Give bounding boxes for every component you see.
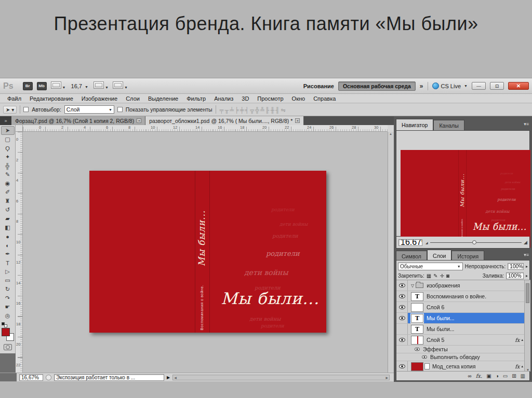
rectangular-marquee-tool-icon[interactable]: ▢ — [1, 135, 15, 144]
effects-row[interactable]: Эффекты — [396, 346, 530, 353]
document-tab-forzac[interactable]: Форзац7.psd @ 16,7% (Слой 1 копия 2, RGB… — [11, 116, 145, 125]
menu-item[interactable]: Файл — [3, 95, 25, 102]
bridge-button[interactable]: Br — [23, 82, 33, 90]
history-brush-tool-icon[interactable]: ↺ — [1, 205, 15, 214]
menu-item[interactable]: Справка — [309, 95, 340, 102]
align-distribute-icon[interactable]: ╫ — [270, 107, 275, 113]
align-distribute-icon[interactable]: ╟ — [265, 107, 270, 113]
move-tool-preset[interactable]: ➤ ▾ — [3, 106, 17, 114]
visibility-cell[interactable] — [396, 291, 408, 301]
navigator-zoom-input[interactable]: 16.67% — [398, 239, 422, 246]
lock-pixels-icon[interactable]: ✎ — [433, 273, 437, 279]
visibility-cell[interactable] — [396, 313, 408, 323]
tab-character[interactable]: Символ — [396, 251, 427, 261]
fill-input[interactable]: 100% — [506, 272, 524, 279]
zoom-in-icon[interactable]: ◢ — [524, 240, 527, 245]
foreground-color-swatch[interactable] — [2, 328, 10, 336]
path-selection-tool-icon[interactable]: ▷ — [1, 267, 15, 276]
dodge-tool-icon[interactable]: ◐ — [1, 241, 15, 250]
menu-item[interactable]: Фильтр — [182, 95, 210, 102]
align-distribute-icon[interactable]: ╬ — [255, 107, 260, 113]
type-tool-icon[interactable]: T — [1, 258, 15, 267]
visibility-cell[interactable] — [396, 361, 408, 372]
clone-stamp-tool-icon[interactable]: ♜ — [1, 197, 15, 205]
hand-tool-icon[interactable]: ☛ — [1, 303, 15, 311]
zoom-level-dropdown[interactable]: 16,7 ▼ — [71, 83, 88, 89]
lasso-tool-icon[interactable]: Ϙ — [1, 144, 15, 153]
canvas-vertical-scrollbar[interactable]: ▲ — [388, 132, 394, 373]
layer-row-group[interactable]: ▽ изображения — [396, 280, 530, 291]
canvas-horizontal-scrollbar[interactable]: ◀ ▶ — [172, 375, 390, 380]
tab-layers[interactable]: Слои — [427, 250, 452, 261]
restore-button[interactable]: ⊡ — [490, 82, 504, 90]
layer-row-text[interactable]: T Воспоминания о войне. — [396, 291, 530, 302]
new-layer-icon[interactable]: ⊞ — [512, 373, 516, 379]
slider-track[interactable] — [430, 242, 522, 243]
align-distribute-icon[interactable]: ╧ — [229, 107, 234, 113]
layer-row-hidden[interactable]: T Мы были... — [396, 324, 530, 335]
status-flyout-icon[interactable]: ▶ — [167, 375, 170, 380]
lock-transparency-icon[interactable]: ▦ — [427, 273, 431, 279]
add-mask-icon[interactable]: ▣ — [486, 373, 491, 379]
zoom-tool-icon[interactable]: ◎ — [1, 311, 15, 320]
blend-mode-dropdown[interactable]: Обычные▼ — [398, 263, 463, 270]
align-distribute-icon[interactable]: ╞ — [234, 107, 240, 113]
status-zoom-input[interactable]: 16,67% — [19, 374, 43, 381]
brush-tool-icon[interactable]: ✐ — [1, 188, 15, 197]
visibility-cell[interactable] — [396, 335, 408, 345]
layer-list-scrollbar[interactable]: ▼ — [524, 280, 530, 372]
panel-menu-icon[interactable]: ▾≡ — [524, 121, 529, 127]
3d-object-rotate-tool-icon[interactable]: ↻ — [1, 285, 15, 294]
menu-item[interactable]: Слои — [122, 95, 144, 102]
blur-tool-icon[interactable]: ● — [1, 232, 15, 241]
scroll-left-icon[interactable]: ◀ — [174, 376, 177, 379]
delete-layer-icon[interactable]: ▥ — [521, 373, 525, 379]
navigator-zoom-slider[interactable]: ◢ ◢ — [425, 240, 527, 245]
link-layers-icon[interactable]: ∞ — [468, 373, 472, 379]
crop-tool-icon[interactable]: ╬ — [1, 161, 15, 170]
autoselect-target-dropdown[interactable]: Слой▼ — [64, 105, 114, 114]
show-transform-controls-checkbox[interactable] — [117, 107, 123, 112]
gradient-tool-icon[interactable]: ◧ — [1, 223, 15, 232]
eyedropper-tool-icon[interactable]: ✎ — [1, 170, 15, 179]
toolbox-collapse-icon[interactable]: » — [0, 116, 11, 125]
scrollbar-thumb[interactable] — [526, 283, 529, 303]
eye-icon[interactable] — [415, 348, 420, 351]
close-icon[interactable]: ✕ — [137, 118, 141, 123]
align-distribute-icon[interactable]: ╥ — [224, 107, 229, 113]
layer-row-fx[interactable]: Слой 5 fx ▴ — [396, 335, 530, 346]
view-extras-button[interactable]: ▼ — [51, 81, 66, 91]
menu-item[interactable]: Изображение — [77, 95, 122, 102]
workspace-overflow-button[interactable]: » — [420, 83, 423, 90]
menu-item[interactable]: Просмотр — [253, 95, 287, 102]
close-button[interactable]: ✕ — [508, 82, 529, 90]
expand-triangle-icon[interactable]: ▽ — [411, 283, 414, 288]
quick-mask-icon[interactable] — [4, 344, 12, 350]
opacity-slider-icon[interactable]: ▸ — [526, 264, 528, 269]
menu-item[interactable]: Редактирование — [25, 95, 77, 102]
tab-channels[interactable]: Каналы — [433, 120, 464, 130]
slider-thumb[interactable] — [472, 240, 476, 244]
autoselect-checkbox[interactable] — [23, 107, 29, 112]
stroke-effect-row[interactable]: Выполнить обводку — [396, 353, 530, 361]
document-canvas[interactable]: Мы были... Воспоминания о войне. Мы были… — [23, 132, 388, 373]
workspace-selector-button[interactable]: Основная рабочая среда — [338, 81, 416, 91]
scroll-up-icon[interactable]: ▲ — [389, 132, 392, 135]
pen-tool-icon[interactable]: ✒ — [1, 250, 15, 258]
cs-live-menu[interactable]: CS Live ▼ — [432, 83, 468, 89]
screen-mode-button[interactable]: ▼ — [113, 81, 128, 91]
quick-selection-tool-icon[interactable]: ✦ — [1, 153, 15, 161]
lock-position-icon[interactable]: ✛ — [440, 273, 444, 279]
visibility-cell[interactable] — [396, 302, 408, 312]
adjustment-layer-icon[interactable]: ◑ — [496, 373, 499, 379]
zoom-out-icon[interactable]: ◢ — [425, 241, 428, 244]
align-distribute-icon[interactable]: ╩ — [260, 107, 265, 113]
eraser-tool-icon[interactable]: ▰ — [1, 214, 15, 223]
align-distribute-icon[interactable]: ╦ — [249, 107, 255, 113]
scroll-right-icon[interactable]: ▶ — [385, 376, 388, 379]
fx-collapse-icon[interactable]: ▴ — [521, 364, 523, 368]
menu-item[interactable]: Анализ — [210, 95, 237, 102]
visibility-cell[interactable] — [396, 324, 408, 334]
mini-bridge-button[interactable]: Mb — [37, 82, 47, 90]
document-tab-razvorot-active[interactable]: разворот_обложки1.psd @ 16,7% ( Мы были.… — [145, 116, 304, 125]
